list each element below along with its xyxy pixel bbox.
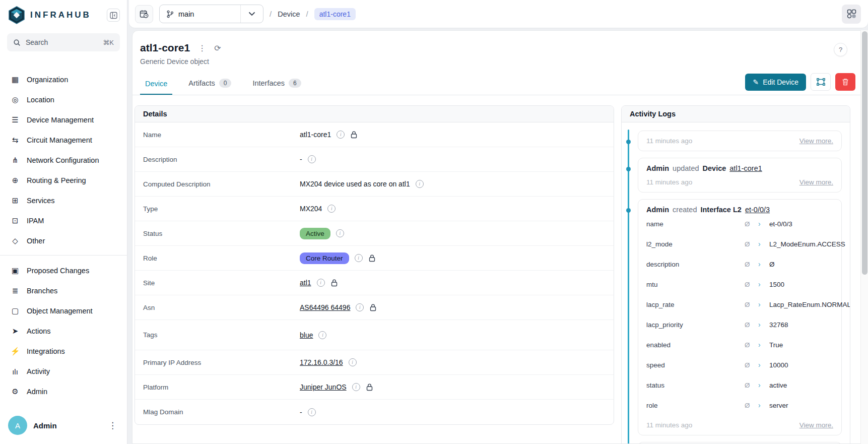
time-travel-button[interactable]	[135, 5, 153, 23]
detail-row-status: Status Active i	[135, 221, 614, 246]
null-icon: Ø	[745, 301, 758, 308]
tab-artifacts[interactable]: Artifacts0	[183, 73, 236, 95]
info-icon[interactable]: i	[349, 358, 357, 366]
info-icon[interactable]: i	[327, 205, 336, 213]
info-icon[interactable]: i	[416, 180, 424, 188]
info-icon[interactable]: i	[337, 131, 345, 139]
tag-link[interactable]: blue	[300, 331, 313, 339]
sidebar-divider	[0, 255, 127, 256]
info-icon[interactable]: i	[308, 155, 316, 163]
sidebar-item-services[interactable]: ⊞Services	[0, 191, 127, 211]
breadcrumb-separator: /	[270, 10, 272, 18]
row-value: atl1-core1	[300, 131, 331, 139]
detail-row-role: Role Core Router i	[135, 246, 614, 271]
user-menu-kebab-icon[interactable]: ⋮	[106, 420, 119, 431]
routing-icon: ⊕	[10, 176, 20, 185]
circuit-icon: ⇆	[10, 136, 20, 145]
sidebar-item-ipam[interactable]: ⊡IPAM	[0, 211, 127, 231]
prop-value: Lacp_RateEnum.NORMAL	[769, 301, 850, 308]
entry-actor: Admin	[646, 206, 669, 214]
info-icon[interactable]: i	[352, 383, 360, 391]
detail-row-type: Type MX204 i	[135, 197, 614, 221]
sidebar-item-activity[interactable]: ılıActivity	[0, 361, 127, 382]
page-title: atl1-core1	[140, 42, 190, 54]
sidebar-item-network-configuration[interactable]: ⋔Network Configuration	[0, 150, 127, 170]
prop-row-role: role Ø › server	[646, 395, 833, 415]
info-icon[interactable]: i	[318, 331, 326, 339]
prop-row-description: description Ø › Ø	[646, 254, 833, 274]
asn-link[interactable]: AS64496 64496	[300, 303, 350, 311]
page-head: atl1-core1 ⋮ ⟳ Generic Device object	[132, 31, 867, 66]
sidebar-item-actions[interactable]: ➤Actions	[0, 321, 127, 341]
detail-row-description: Description - i	[135, 147, 614, 172]
detail-row-computed-description: Computed Description MX204 device used a…	[135, 172, 614, 197]
sidebar-item-integrations[interactable]: ⚡Integrations	[0, 341, 127, 361]
info-icon[interactable]: i	[308, 408, 316, 416]
info-icon[interactable]: i	[336, 229, 344, 237]
delete-device-button[interactable]	[835, 73, 855, 91]
activity-logs-title: Activity Logs	[622, 106, 850, 122]
logo-wordmark: INFRAHUB	[30, 10, 102, 20]
sidebar-item-organization[interactable]: ▦Organization	[0, 70, 127, 90]
activity-logs-body: 11 minutes ago View more. Admin updated …	[622, 122, 850, 444]
tabs-row: Device Artifacts0 Interfaces6 ✎ Edit Dev…	[132, 73, 867, 95]
row-label: Computed Description	[143, 180, 300, 188]
sidebar-item-branches[interactable]: ≣Branches	[0, 281, 127, 301]
avatar[interactable]: A	[8, 416, 27, 435]
breadcrumb-device[interactable]: Device	[278, 10, 300, 18]
row-label: Tags	[143, 331, 300, 339]
diff-icon: ▣	[10, 266, 20, 275]
detail-row-name: Name atl1-core1 i	[135, 122, 614, 147]
sidebar-item-routing-peering[interactable]: ⊕Routing & Peering	[0, 170, 127, 191]
tab-device[interactable]: Device	[140, 74, 172, 95]
gear-icon: ⚙	[10, 387, 20, 396]
info-icon[interactable]: i	[317, 279, 325, 287]
organization-icon: ▦	[10, 75, 20, 84]
view-more-link[interactable]: View more.	[799, 178, 833, 186]
view-more-link[interactable]: View more.	[799, 421, 833, 429]
breadcrumb-current-item[interactable]: atl1-core1	[314, 8, 356, 20]
title-kebab-icon[interactable]: ⋮	[198, 43, 206, 53]
null-icon: Ø	[745, 382, 758, 389]
manage-groups-button[interactable]	[811, 73, 831, 91]
null-icon: Ø	[745, 361, 758, 369]
sidebar-collapse-icon[interactable]	[107, 9, 120, 22]
tab-label: Interfaces	[252, 79, 285, 87]
row-value: MX204	[300, 205, 322, 213]
scrollbar-thumb[interactable]	[862, 31, 867, 275]
prop-label: l2_mode	[646, 240, 745, 248]
site-link[interactable]: atl1	[300, 279, 311, 287]
sidebar-item-label: Services	[27, 197, 55, 205]
sidebar-item-circuit-management[interactable]: ⇆Circuit Management	[0, 130, 127, 150]
sidebar-item-admin[interactable]: ⚙Admin	[0, 382, 127, 402]
tab-interfaces[interactable]: Interfaces6	[247, 73, 306, 95]
user-footer: A Admin ⋮	[0, 409, 127, 444]
entry-object-link[interactable]: et-0/0/3	[745, 206, 770, 214]
sidebar-item-label: Proposed Changes	[27, 267, 89, 275]
prop-value: 1500	[769, 281, 784, 288]
platform-link[interactable]: Juniper JunOS	[300, 383, 347, 391]
search-input[interactable]: Search ⌘K	[7, 33, 120, 51]
branch-selector[interactable]: main	[159, 5, 263, 23]
row-label: Type	[143, 205, 300, 213]
view-more-link[interactable]: View more.	[799, 137, 833, 145]
detail-row-primary-ip: Primary IP Address 172.16.0.3/16 i	[135, 350, 614, 375]
edit-device-button[interactable]: ✎ Edit Device	[745, 74, 806, 91]
help-button[interactable]: ?	[834, 43, 847, 56]
sidebar-item-device-management[interactable]: ☰Device Management	[0, 110, 127, 130]
user-name: Admin	[33, 421, 100, 430]
prop-label: description	[646, 261, 745, 268]
sidebar-item-location[interactable]: ◎Location	[0, 90, 127, 110]
sidebar-item-other[interactable]: ◇Other	[0, 231, 127, 251]
refresh-icon[interactable]: ⟳	[214, 43, 221, 53]
primary-ip-link[interactable]: 172.16.0.3/16	[300, 358, 343, 366]
sidebar-item-proposed-changes[interactable]: ▣Proposed Changes	[0, 261, 127, 281]
entry-object-link[interactable]: atl1-core1	[729, 164, 762, 172]
info-icon[interactable]: i	[356, 303, 364, 311]
sidebar: INFRAHUB Search ⌘K ▦Organization ◎Locati…	[0, 0, 127, 444]
apps-grid-button[interactable]	[842, 5, 861, 24]
prop-row-mtu: mtu Ø › 1500	[646, 274, 833, 294]
info-icon[interactable]: i	[355, 254, 363, 262]
sidebar-item-object-management[interactable]: ▢Object Management	[0, 301, 127, 321]
vertical-scrollbar[interactable]	[860, 30, 868, 444]
